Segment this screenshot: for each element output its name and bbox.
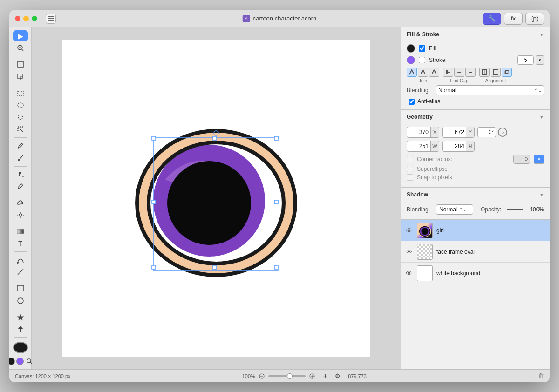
layer-eye-girl[interactable]: 👁: [405, 227, 413, 234]
end-cap-buttons: [443, 68, 476, 77]
shadow-blending-value: Normal: [439, 206, 457, 213]
angle-dial[interactable]: ○: [498, 128, 507, 137]
minimize-button[interactable]: [23, 16, 29, 21]
stroke-color-swatch[interactable]: [407, 56, 415, 64]
join-bevel-button[interactable]: [429, 68, 439, 77]
corner-radius-dropdown[interactable]: ▼: [534, 155, 544, 164]
align-center-button[interactable]: [491, 68, 501, 77]
svg-rect-27: [17, 285, 24, 291]
geometry-header[interactable]: Geometry ▼: [401, 110, 550, 124]
shadow-opacity-label: Opacity:: [481, 206, 501, 213]
zoom-in-button[interactable]: [308, 372, 316, 380]
rect-select-tool[interactable]: [13, 87, 28, 98]
w-unit: W: [430, 141, 439, 151]
join-group: Join: [407, 68, 439, 83]
stroke-checkbox[interactable]: [419, 57, 425, 63]
endcap-butt-button[interactable]: [443, 68, 453, 77]
shadow-opacity-slider[interactable]: [507, 209, 523, 210]
blending-select[interactable]: Normal ⌃⌄: [436, 85, 544, 95]
join-round-button[interactable]: [418, 68, 428, 77]
delete-layer-button[interactable]: 🗑: [538, 372, 544, 379]
fill-checkbox[interactable]: [419, 45, 425, 52]
geometry-collapse-icon[interactable]: ▼: [539, 115, 544, 120]
arrow-shape-tool[interactable]: [13, 324, 28, 335]
stroke-width-input[interactable]: 5: [517, 55, 534, 65]
width-input[interactable]: [407, 141, 430, 151]
toolbar-toggle-button[interactable]: 🔧: [483, 13, 501, 25]
paint-bucket-tool[interactable]: [13, 169, 28, 180]
zoom-out-button[interactable]: [258, 372, 266, 380]
lasso-tool[interactable]: [13, 112, 28, 123]
fill-row: Fill: [407, 44, 544, 53]
layer-name-face: face frame oval: [436, 249, 475, 255]
layer-eye-face[interactable]: 👁: [405, 248, 413, 256]
purple-swatch[interactable]: [16, 358, 24, 365]
star-shape-tool[interactable]: [13, 311, 28, 322]
svg-rect-1: [48, 18, 54, 19]
fill-color-swatch[interactable]: [407, 44, 415, 53]
svg-rect-0: [48, 16, 54, 17]
join-miter-button[interactable]: [407, 68, 417, 77]
select-tool[interactable]: ▶: [13, 30, 28, 41]
corner-radius-checkbox[interactable]: [407, 156, 413, 162]
p-button[interactable]: (p): [525, 13, 544, 25]
fx-button[interactable]: fx: [504, 13, 523, 25]
layer-thumb-girl: [417, 223, 433, 238]
height-input[interactable]: [443, 141, 466, 151]
layer-item-face-frame[interactable]: 👁 face frame oval: [401, 241, 550, 263]
circle-shape-tool[interactable]: [13, 295, 28, 306]
zoom-tool[interactable]: [13, 42, 28, 54]
text-tool[interactable]: T: [13, 238, 28, 249]
alignment-label: Alignment: [485, 78, 506, 83]
layer-item-girl[interactable]: 👁 girl: [401, 220, 550, 241]
settings-button[interactable]: ⚙: [335, 372, 341, 379]
canvas-area[interactable]: [32, 27, 401, 369]
geometry-section: Geometry ▼ X Y: [401, 110, 550, 188]
layer-item-white-bg[interactable]: 👁 white background: [401, 263, 550, 284]
fill-stroke-collapse-icon[interactable]: ▼: [539, 32, 544, 37]
bezier-tool[interactable]: [13, 254, 28, 265]
eyedropper-tool[interactable]: [13, 181, 28, 192]
pencil-tool[interactable]: [13, 140, 28, 151]
stroke-arrow-button[interactable]: ▼: [536, 55, 544, 65]
svg-rect-8: [18, 74, 22, 79]
fill-stroke-header[interactable]: Fill & Stroke ▼: [401, 27, 550, 41]
svg-line-4: [22, 49, 23, 51]
angle-input[interactable]: [477, 127, 496, 137]
snap-to-pixels-row: Snap to pixels: [407, 174, 544, 181]
sidebar-toggle-button[interactable]: [46, 14, 56, 24]
maximize-button[interactable]: [32, 16, 37, 21]
foreground-color-swatch[interactable]: [13, 342, 28, 353]
zoom-slider[interactable]: [268, 375, 306, 377]
align-outside-button[interactable]: [502, 68, 512, 77]
cloud-shape-tool[interactable]: [13, 197, 28, 209]
y-input[interactable]: [443, 127, 466, 137]
magic-wand-tool[interactable]: [13, 124, 28, 135]
shadow-section: Shadow ▼ Blending: Normal ⌃⌄ Opacity: 10…: [401, 188, 550, 220]
crop-tool[interactable]: [13, 59, 28, 70]
gradient-tool[interactable]: [13, 226, 28, 237]
shadow-header[interactable]: Shadow ▼: [401, 188, 550, 202]
align-inside-button[interactable]: [479, 68, 490, 77]
canvas-info: Canvas: 1200 × 1200 px: [15, 373, 71, 379]
transform-tool[interactable]: [13, 71, 28, 82]
endcap-round-button[interactable]: [454, 68, 464, 77]
endcap-square-button[interactable]: [465, 68, 476, 77]
rect-shape-tool[interactable]: [13, 283, 28, 294]
corner-radius-input[interactable]: [513, 155, 530, 164]
brush-tool[interactable]: [13, 152, 28, 163]
sun-tool[interactable]: [13, 210, 28, 221]
shadow-blending-select[interactable]: Normal ⌃⌄: [436, 204, 473, 215]
layer-eye-white-bg[interactable]: 👁: [405, 270, 413, 277]
close-button[interactable]: [15, 16, 20, 21]
line-tool[interactable]: [13, 266, 28, 277]
antialias-checkbox[interactable]: [409, 99, 415, 105]
shadow-collapse-icon[interactable]: ▼: [539, 192, 544, 197]
fill-stroke-title: Fill & Stroke: [407, 31, 439, 38]
snap-to-pixels-checkbox[interactable]: [407, 174, 413, 181]
x-input[interactable]: [407, 127, 430, 137]
add-layer-button[interactable]: +: [323, 372, 327, 380]
ellipse-select-tool[interactable]: [13, 100, 28, 111]
superellipse-checkbox[interactable]: [407, 166, 413, 172]
black-swatch[interactable]: [9, 358, 15, 365]
